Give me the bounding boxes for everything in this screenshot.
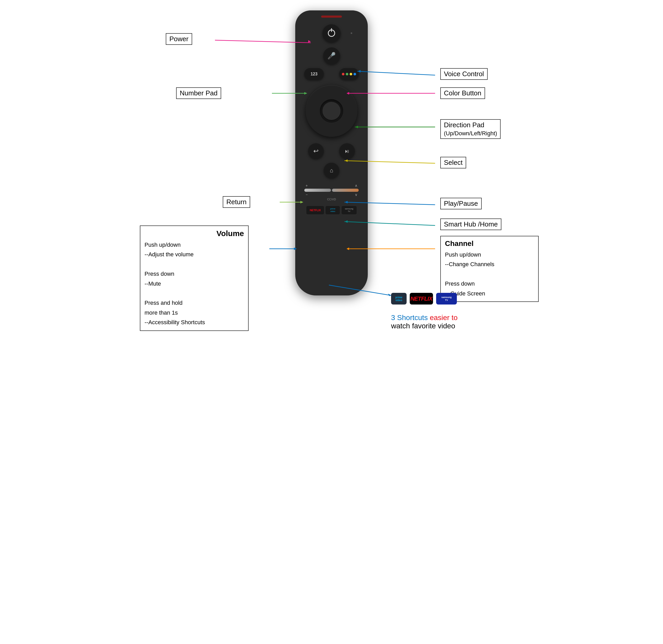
power-row [303,24,360,42]
prime-logo: primevideo [391,293,407,305]
voice-control-label: Voice Control [440,68,488,80]
slider-area: + ∧ − ∨ CC/VD [303,183,360,201]
microphone-icon: 🎤 [327,52,336,60]
numpad-label: 123 [311,72,318,76]
netflix-logo-text: NETFLIX [411,295,433,302]
select-label: Select [440,157,466,169]
samsung-logo-text: samsungTV [441,296,452,302]
home-icon: ⌂ [330,167,333,174]
color-dot-yellow [350,73,352,75]
streaming-row: NETFLIX primevideo samsungTV [303,206,360,214]
plus-icon: + [305,183,308,187]
netflix-logo: NETFLIX [410,293,433,305]
shortcuts-line1: 3 Shortcuts easier to [391,314,458,322]
top-accent [321,16,342,18]
playpause-button[interactable]: ⏯ [339,143,355,159]
color-dot-green [346,73,348,75]
shortcuts-number: 3 Shortcuts [391,314,430,321]
volume-slider[interactable] [304,188,331,192]
direction-pad-line2: (Up/Down/Left/Right) [444,130,497,137]
number-pad-label: Number Pad [176,87,221,99]
shortcuts-text: 3 Shortcuts easier to watch favorite vid… [391,314,458,330]
volume-label-box: Volume Push up/down --Adjust the volume … [140,225,249,331]
ch-down-icon: ∨ [355,193,358,197]
select-button[interactable] [322,102,341,120]
color-button[interactable] [339,68,359,80]
home-button[interactable]: ⌂ [324,163,339,178]
channel-slider[interactable] [332,188,359,192]
minus-icon: − [305,193,308,197]
smarthub-label: Smart Hub /Home [440,219,501,230]
color-dot-red [342,73,344,75]
volume-title: Volume [144,229,244,238]
remote-control: 🎤 123 [295,10,368,295]
direction-pad[interactable] [305,85,358,137]
control-row: ↩ ⏯ [303,143,360,159]
samsung-logo: samsungTV [436,293,457,305]
return-icon: ↩ [313,148,319,155]
dpad-ring[interactable] [305,85,358,137]
return-button[interactable]: ↩ [308,143,324,159]
page: 🎤 123 [0,0,663,644]
channel-title: Channel [445,240,534,248]
slider-icons-row: + ∧ [303,183,360,187]
prime-label: primevideo [330,207,335,213]
ccvd-label: CC/VD [303,198,360,201]
color-dot-blue [353,73,356,75]
return-label: Return [223,196,250,208]
num-color-row: 123 [303,68,360,80]
voice-row: 🎤 [303,47,360,64]
svg-line-2 [358,71,435,75]
color-button-label: Color Button [440,87,485,99]
ch-up-icon: ∧ [355,183,358,187]
power-icon [328,29,335,37]
samsung-label: samsungTV [345,207,353,213]
slider-track-row [303,188,360,192]
slider-bottom-icons: − ∨ [303,193,360,197]
voice-button[interactable]: 🎤 [323,47,340,64]
power-button[interactable] [322,24,341,42]
playpause-icon: ⏯ [344,148,350,154]
dpad-section [303,85,360,137]
streaming-logos: primevideo NETFLIX samsungTV [391,293,457,305]
netflix-label: NETFLIX [310,208,321,212]
samsung-button[interactable]: samsungTV [342,206,357,214]
numpad-button[interactable]: 123 [304,68,324,80]
power-label: Power [166,33,192,45]
direction-pad-label: Direction Pad (Up/Down/Left/Right) [440,119,501,139]
playpause-label: Play/Pause [440,198,482,209]
mic-dot [351,32,352,34]
shortcuts-easier: easier to [430,314,457,321]
home-row: ⌂ [303,163,360,178]
shortcuts-line2: watch favorite video [391,322,458,330]
svg-marker-23 [388,294,391,296]
channel-label-box: Channel Push up/down --Change Channels P… [440,236,539,302]
direction-pad-line1: Direction Pad [444,121,484,129]
netflix-button[interactable]: NETFLIX [306,206,324,214]
volume-desc: Push up/down --Adjust the volume Press d… [144,240,244,327]
remote-body: 🎤 123 [295,10,368,295]
prime-logo-text: primevideo [395,296,402,302]
channel-desc: Push up/down --Change Channels Press dow… [445,250,534,298]
prime-button[interactable]: primevideo [325,206,340,214]
